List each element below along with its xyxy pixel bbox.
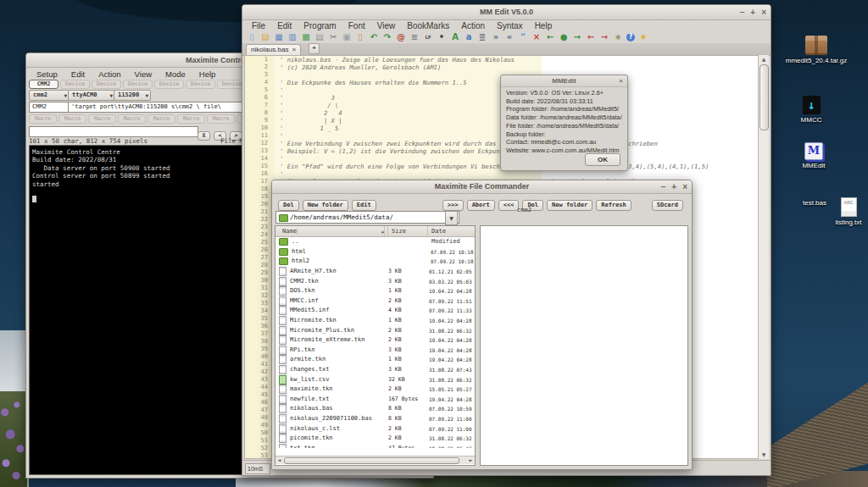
settings-icon[interactable]: ∗ (613, 32, 623, 42)
menu-item[interactable]: Setup (30, 69, 64, 80)
nav-previous-icon[interactable]: ← (545, 32, 555, 42)
sdcard-button[interactable]: SDcard (652, 200, 683, 211)
remote-file-panel[interactable] (480, 225, 688, 466)
device-name-field[interactable]: CMM2 (29, 102, 69, 113)
print-icon[interactable]: ▤ (314, 32, 325, 42)
font-italic-icon[interactable]: A (450, 32, 460, 42)
cut-icon[interactable]: ✂ (328, 32, 338, 42)
indent-icon[interactable]: » (491, 32, 501, 42)
port-combo[interactable]: ttyACM0▼ (68, 90, 115, 101)
find-symbol-icon[interactable]: a (464, 32, 474, 42)
file-row[interactable]: html07.09.22 10:18 (275, 247, 475, 257)
file-row[interactable]: ARmite_H7.tkn3 KB01.12.21 02:05 (275, 267, 475, 277)
scrollbar-thumb[interactable] (760, 64, 769, 130)
path-dropdown-icon[interactable]: ▼ (445, 211, 458, 225)
file-row[interactable]: Micromite_Plus.tkn2 KB31.08.22 06:32 (275, 325, 475, 335)
run-icon[interactable]: ● (559, 32, 569, 42)
save-icon[interactable]: ▦ (274, 32, 284, 42)
column-size[interactable]: Size (388, 226, 428, 236)
local-file-button[interactable]: Del (278, 200, 299, 211)
minimize-icon[interactable]: – (661, 180, 666, 194)
file-row[interactable]: nikolaus_2209071100.bas8 KB07.09.22 11:0… (275, 414, 475, 424)
jump-forward-icon[interactable]: → (599, 32, 609, 42)
macro-button[interactable]: Macro (58, 114, 86, 124)
device-button[interactable]: Device (186, 80, 215, 89)
line-ending-lf-icon[interactable]: LF (423, 32, 433, 42)
menu-item[interactable]: BookMarks (401, 20, 455, 31)
jump-back-icon[interactable]: ← (586, 32, 596, 42)
maximize-icon[interactable]: + (750, 6, 755, 19)
file-row[interactable]: txt.tkn47 Bytes18.08.22 06:43 (275, 443, 475, 448)
column-date[interactable]: Date Modified (428, 226, 475, 236)
save-as-icon[interactable]: ▥ (287, 32, 298, 42)
file-row[interactable]: nikolaus.bas8 KB07.09.22 10:59 (275, 404, 475, 414)
close-icon[interactable]: × (619, 75, 623, 86)
tab-close-icon[interactable]: × (292, 46, 296, 53)
horizontal-scrollbar[interactable]: ◄ ► (275, 456, 475, 464)
file-commander-titlebar[interactable]: Maximite File Commander (272, 180, 692, 194)
file-row[interactable]: Micromite_eXtreme.tkn2 KB19.04.22 04:28 (275, 335, 475, 346)
scrollbar-thumb[interactable] (284, 457, 459, 464)
editor-vertical-scrollbar[interactable]: ▲ ▼ (758, 55, 769, 459)
local-file-button[interactable]: New folder (303, 200, 348, 211)
file-row[interactable]: DOS.tkn1 KB19.04.22 04:28 (275, 286, 475, 296)
outdent-icon[interactable]: « (504, 32, 515, 42)
delete-line-icon[interactable]: × (531, 32, 542, 42)
menu-item[interactable]: Action (455, 20, 491, 31)
desktop-icon-txt[interactable]: listing.txt (822, 197, 868, 226)
scroll-up-icon[interactable]: ▲ (759, 55, 769, 64)
file-row[interactable]: maximite.tkn2 KB15.05.21 05:27 (275, 385, 475, 395)
file-row[interactable]: html207.09.22 10:18 (275, 257, 475, 267)
menu-item[interactable]: Action (92, 69, 127, 80)
file-row[interactable]: changes.txt3 KB31.08.22 07:43 (275, 365, 475, 375)
whitespace-dot-icon[interactable]: • (437, 32, 447, 42)
goto-list-icon[interactable]: ≡ (409, 32, 420, 42)
desktop-icon-mmcc[interactable]: MMCC (782, 96, 841, 124)
menu-item[interactable]: Font (342, 20, 371, 31)
new-file-icon[interactable]: ▯ (247, 32, 257, 42)
menu-item[interactable]: Program (298, 20, 342, 31)
undo-icon[interactable]: ↶ (369, 32, 379, 42)
file-row[interactable]: armite.tkn1 KB19.04.22 04:28 (275, 355, 475, 365)
redo-icon[interactable]: ↷ (382, 32, 392, 42)
menu-item[interactable]: Edit (64, 69, 92, 80)
device-button[interactable]: Device (60, 80, 90, 89)
copy-icon[interactable]: ▣ (342, 32, 352, 42)
file-row[interactable]: RPi.tkn3 KB19.04.22 04:28 (275, 346, 475, 356)
macro-button[interactable]: Macro (207, 114, 235, 124)
column-name[interactable]: Name▲ (275, 226, 388, 236)
paste-icon[interactable]: ▯ (355, 32, 365, 42)
comment-icon[interactable]: “ (518, 32, 528, 42)
menu-item[interactable]: Help (192, 69, 223, 80)
menu-item[interactable]: View (371, 20, 402, 31)
menu-item[interactable]: View (128, 69, 159, 80)
help-icon[interactable]: ? (626, 33, 635, 42)
command-field[interactable] (29, 126, 198, 137)
ok-button[interactable]: OK (585, 153, 620, 166)
open-folder-icon[interactable]: ▤ (260, 32, 270, 42)
nav-next-icon[interactable]: → (572, 32, 582, 42)
mmedit-titlebar[interactable]: MM Edit V5.0.0 (242, 5, 771, 20)
device-combo[interactable]: cmm2▼ (29, 90, 70, 101)
scroll-right-icon[interactable]: ► (467, 457, 475, 464)
file-row[interactable]: newfile.txt167 Bytes19.04.22 04:28 (275, 395, 475, 405)
new-tab-button[interactable]: + (309, 43, 320, 54)
close-icon[interactable]: × (682, 180, 687, 194)
desktop-icon-mmedit[interactable]: MMEdit (782, 142, 846, 169)
about-dialog-title[interactable]: MMEdit (501, 75, 627, 87)
file-row[interactable]: picomite.tkn2 KB31.08.22 06:32 (275, 434, 475, 444)
baud-combo[interactable]: 115200▼ (114, 90, 151, 101)
scroll-down-icon[interactable]: ▼ (759, 451, 769, 459)
file-row[interactable]: kw_list.csv32 KB31.08.22 06:32 (275, 374, 475, 385)
macro-button[interactable]: Macro (88, 114, 116, 124)
tab-nikolaus-bas[interactable]: nikolaus.bas× (246, 44, 301, 55)
menu-item[interactable]: Help (529, 20, 559, 31)
macros-icon[interactable]: ★ (638, 32, 648, 42)
menu-item[interactable]: Mode (159, 69, 192, 80)
menu-item[interactable]: Edit (271, 20, 298, 31)
macro-button[interactable]: Macro (118, 114, 146, 124)
minimize-icon[interactable]: – (740, 6, 745, 19)
device-button[interactable]: Device (154, 80, 184, 89)
macro-button[interactable]: Macro (177, 114, 205, 124)
scroll-left-icon[interactable]: ◄ (275, 457, 283, 464)
